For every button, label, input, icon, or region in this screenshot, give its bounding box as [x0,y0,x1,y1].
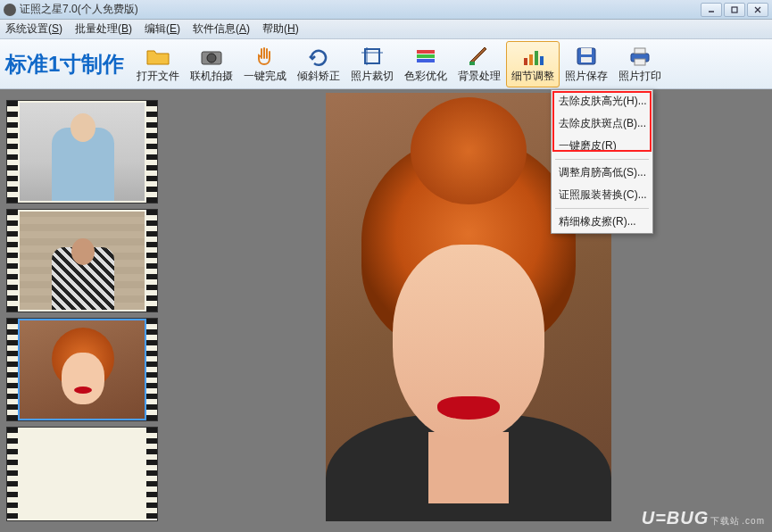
thumb-1[interactable] [20,103,145,201]
title-left: 证照之星7.0(个人免费版) [4,2,138,17]
menu-item-remove-spots[interactable]: 去除皮肤斑点(B)... [552,112,652,135]
thumb-4[interactable] [20,429,145,519]
app-icon [4,4,16,16]
toolbar-label: 照片保存 [565,69,608,84]
work-area [0,89,772,532]
printer-icon [627,45,652,68]
camera-icon [199,45,224,68]
thumb-2[interactable] [20,212,145,310]
toolbar-crop[interactable]: 照片裁切 [345,41,399,87]
menu-bar: 系统设置(S)批量处理(B)编辑(E)软件信息(A)帮助(H) [0,20,772,39]
toolbar-detail[interactable]: 细节调整 [506,41,560,87]
toolbar-label: 倾斜矫正 [297,69,340,84]
svg-rect-12 [469,62,475,65]
menu-item-replace-clothes[interactable]: 证照服装替换(C)... [552,184,652,206]
filmstrip[interactable] [0,89,164,532]
svg-rect-18 [581,48,592,54]
toolbar-label: 一键完成 [244,69,286,84]
thumb-3[interactable] [20,320,145,419]
toolbar-label: 背景处理 [458,69,501,84]
toolbar-camera[interactable]: 联机拍摄 [185,41,238,87]
toolbar-label: 色彩优化 [404,69,447,84]
crop-icon [360,45,385,68]
toolbar-one-click[interactable]: 一键完成 [238,41,292,87]
folder-icon [145,45,170,68]
toolbar-label: 细节调整 [511,69,554,84]
menu-a[interactable]: 软件信息(A) [193,21,250,37]
window-title: 证照之星7.0(个人免费版) [20,2,138,17]
svg-rect-16 [540,56,544,65]
toolbar-open-file[interactable]: 打开文件 [131,41,185,87]
minimize-button[interactable] [701,3,722,17]
palette-icon [413,45,438,68]
menu-item-fine-eraser[interactable]: 精细橡皮擦(R)... [552,211,652,233]
svg-rect-11 [417,59,435,62]
toolbar-label: 联机拍摄 [190,69,233,84]
svg-rect-9 [417,50,435,54]
film-frame [6,100,158,204]
canvas[interactable] [164,89,772,532]
title-bar: 证照之星7.0(个人免费版) [0,0,772,20]
close-button[interactable] [747,3,768,17]
menu-s[interactable]: 系统设置(S) [5,21,62,37]
svg-point-5 [207,54,216,62]
toolbar-deskew[interactable]: 倾斜矫正 [292,41,345,87]
svg-rect-10 [417,54,435,58]
save-icon [574,45,599,68]
detail-dropdown: 去除皮肤高光(H)...去除皮肤斑点(B)...一键磨皮(R)调整肩膀高低(S)… [551,89,653,234]
menu-b[interactable]: 批量处理(B) [75,21,132,37]
detail-icon [520,45,545,68]
toolbar-print[interactable]: 照片打印 [613,41,667,87]
watermark: U=BUG 下载站 .com [642,508,765,528]
toolbar-label: 照片裁切 [351,69,394,84]
film-frame [6,209,158,312]
toolbar: 标准1寸制作 打开文件联机拍摄一键完成倾斜矫正照片裁切色彩优化背景处理细节调整照… [0,39,772,89]
svg-rect-15 [535,51,538,65]
window-controls [701,3,768,17]
watermark-brand: U=BUG [642,508,710,528]
film-frame [6,427,158,521]
toolbar-background[interactable]: 背景处理 [452,41,506,87]
menu-item-one-click-smooth[interactable]: 一键磨皮(R) [552,135,652,157]
menu-item-remove-highlight[interactable]: 去除皮肤高光(H)... [552,90,652,112]
svg-rect-21 [635,48,645,54]
toolbar-label: 打开文件 [137,69,179,84]
toolbar-color-opt[interactable]: 色彩优化 [399,41,452,87]
toolbar-label: 照片打印 [618,69,661,84]
svg-rect-1 [732,7,737,12]
hand-icon [253,45,278,68]
dropdown-separator [555,208,649,209]
toolbar-save[interactable]: 照片保存 [560,41,613,87]
dropdown-separator [555,159,649,160]
menu-h[interactable]: 帮助(H) [262,21,299,37]
logo-text: 标准1寸制作 [5,50,124,79]
watermark-suffix: 下载站 [710,515,740,528]
film-frame [6,318,158,421]
watermark-domain: .com [742,516,765,526]
brush-icon [467,45,492,68]
menu-e[interactable]: 编辑(E) [145,21,180,37]
svg-rect-13 [524,58,527,65]
rotate-icon [306,45,331,68]
svg-rect-22 [635,59,645,65]
menu-item-adjust-shoulders[interactable]: 调整肩膀高低(S)... [552,162,652,184]
maximize-button[interactable] [724,3,745,17]
svg-rect-14 [529,54,533,65]
svg-rect-19 [581,57,592,62]
